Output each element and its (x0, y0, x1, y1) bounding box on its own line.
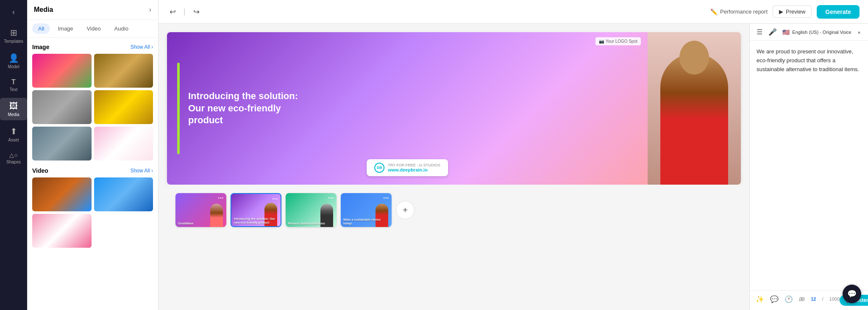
video-show-all[interactable]: Show All › (131, 168, 153, 174)
thumbnail-3[interactable]: ••• Reduce carbon emissions (286, 193, 337, 227)
language-selector[interactable]: 🇺🇸 English (US) - Original Voice (782, 29, 851, 36)
chat-icon: 💬 (847, 289, 857, 299)
media-panel: Media › All Image Video Audio Image Show… (27, 0, 159, 310)
performance-report-label: Performance report (720, 8, 768, 15)
thumb-dots-4: ••• (383, 196, 389, 200)
redo-button[interactable]: ↪ (191, 6, 202, 18)
preview-label: Preview (786, 8, 805, 15)
sidebar-item-asset[interactable]: ⬆ Asset (0, 123, 27, 146)
main-area: ↩ | ↪ ✏️ Performance report ▶ Preview Ge… (159, 0, 868, 310)
sidebar-media-label: Media (8, 112, 19, 117)
menu-icon[interactable]: ☰ (757, 28, 762, 36)
slide-cta-top: TRY FOR FREE : AI STUDIOS (388, 163, 440, 167)
thumb-dots-3: ••• (328, 196, 334, 200)
slide-accent-bar (177, 63, 180, 154)
chat-icon[interactable]: 💬 (770, 295, 779, 303)
video-thumb-airport[interactable] (94, 177, 153, 211)
sidebar-item-model[interactable]: 👤 Model (0, 50, 27, 72)
tab-audio[interactable]: Audio (108, 23, 134, 34)
image-section-header: Image Show All › (32, 44, 153, 50)
thumbnail-strip: ••• GreatWave ••• Introducing the soluti… (167, 185, 741, 235)
thumb-label-2: Introducing the solution: Our new eco-fr… (234, 217, 278, 224)
left-sidebar: ‹ ⊞ Templates 👤 Model T Text 🖼 Media ⬆ A… (0, 0, 27, 310)
image-thumb-flower[interactable] (32, 54, 92, 88)
add-slide-button[interactable]: + (396, 201, 415, 219)
thumbnail-1[interactable]: ••• GreatWave (175, 193, 226, 227)
toolbar-right: ✏️ Performance report ▶ Preview Generate (710, 5, 860, 19)
image-thumb-flowers2[interactable] (94, 127, 153, 161)
toolbar-divider: | (184, 7, 186, 16)
slide-logo: 📷 Your LOGO Spot (595, 37, 641, 45)
rp-bottom-icons: ✨ 💬 🕐 æ 12 / 1000 (756, 295, 840, 303)
sidebar-item-media[interactable]: 🖼 Media (0, 98, 27, 120)
magic-icon[interactable]: ✨ (756, 295, 764, 303)
thumb-label-4: Make a sustainable choice today! (343, 218, 389, 225)
char-separator: / (822, 296, 823, 302)
undo-button[interactable]: ↩ (167, 6, 178, 18)
script-text[interactable]: We are proud to present our innovative, … (750, 41, 868, 290)
char-limit: 1000 (829, 296, 840, 302)
pencil-icon: ✏️ (710, 8, 718, 15)
avatar-head (679, 41, 709, 75)
performance-report-button[interactable]: ✏️ Performance report (710, 8, 768, 15)
thumb-dots-1: ••• (218, 196, 224, 200)
right-panel-header: ☰ 🎤 🇺🇸 English (US) - Original Voice ▲ (750, 24, 868, 41)
chevron-up-icon[interactable]: ▲ (857, 30, 861, 34)
video-thumb-cherry[interactable] (32, 214, 92, 248)
main-slide[interactable]: Introducing the solution: Our new eco-fr… (167, 32, 741, 185)
thumbnail-2[interactable]: ••• Introducing the solution: Our new ec… (231, 193, 281, 227)
media-content: Image Show All › Video Show All › (27, 38, 158, 310)
slide-cta-content: TRY FOR FREE : AI STUDIOS www.deepbrain.… (388, 163, 440, 172)
slide-content: Introducing the solution: Our new eco-fr… (167, 32, 648, 185)
generate-button[interactable]: Generate (817, 5, 860, 19)
play-icon: ▶ (779, 8, 783, 15)
image-thumb-office[interactable] (32, 127, 92, 161)
sidebar-item-shapes[interactable]: △○ Shapes (0, 148, 27, 168)
media-panel-title: Media (34, 6, 53, 14)
image-section-title: Image (32, 44, 49, 50)
media-panel-header: Media › (27, 0, 158, 20)
slide-canvas: Introducing the solution: Our new eco-fr… (159, 24, 749, 310)
char-count: 12 (811, 296, 816, 302)
sidebar-model-label: Model (8, 64, 19, 69)
video-thumb-beach[interactable] (32, 177, 92, 211)
tab-video[interactable]: Video (81, 23, 107, 34)
video-section-title: Video (32, 167, 48, 174)
thumb-dots-2: ••• (272, 197, 278, 201)
microphone-icon[interactable]: 🎤 (768, 28, 777, 36)
thumbnail-4[interactable]: ••• Make a sustainable choice today! (341, 193, 392, 227)
image-thumb-woman[interactable] (32, 90, 92, 124)
right-panel: ☰ 🎤 🇺🇸 English (US) - Original Voice ▲ W… (749, 24, 868, 310)
sidebar-templates-label: Templates (4, 39, 23, 44)
tab-all[interactable]: All (32, 23, 50, 34)
canvas-area: Introducing the solution: Our new eco-fr… (159, 24, 868, 310)
chat-support-button[interactable]: 💬 (843, 285, 861, 303)
spell-icon[interactable]: æ (799, 295, 805, 303)
slide-avatar (648, 32, 741, 185)
avatar-body (660, 53, 728, 185)
image-thumb-hands[interactable] (94, 54, 153, 88)
video-section-header: Video Show All › (32, 167, 153, 174)
asset-icon: ⬆ (10, 126, 17, 136)
deepbrain-logo-icon: DB (374, 163, 384, 173)
tab-image[interactable]: Image (52, 23, 79, 34)
back-button[interactable]: ‹ (9, 4, 18, 20)
sidebar-item-templates[interactable]: ⊞ Templates (0, 24, 27, 47)
thumb-label-3: Reduce carbon emissions (288, 222, 334, 225)
rp-icon-group: ☰ 🎤 (757, 28, 777, 36)
image-thumb-gold[interactable] (94, 90, 153, 124)
sidebar-asset-label: Asset (8, 138, 19, 142)
slide-cta: DB TRY FOR FREE : AI STUDIOS www.deepbra… (367, 159, 448, 176)
language-label: English (US) - Original Voice (792, 30, 851, 35)
image-show-all[interactable]: Show All › (131, 44, 153, 50)
clock-icon[interactable]: 🕐 (785, 295, 793, 303)
preview-button[interactable]: ▶ Preview (773, 6, 812, 18)
toolbar-left: ↩ | ↪ (167, 6, 202, 18)
sidebar-text-label: Text (10, 87, 17, 92)
top-toolbar: ↩ | ↪ ✏️ Performance report ▶ Preview Ge… (159, 0, 868, 24)
sidebar-item-text[interactable]: T Text (0, 75, 27, 95)
close-panel-button[interactable]: › (149, 6, 151, 14)
text-icon: T (11, 78, 16, 86)
video-grid (32, 177, 153, 248)
flag-icon: 🇺🇸 (782, 29, 790, 36)
